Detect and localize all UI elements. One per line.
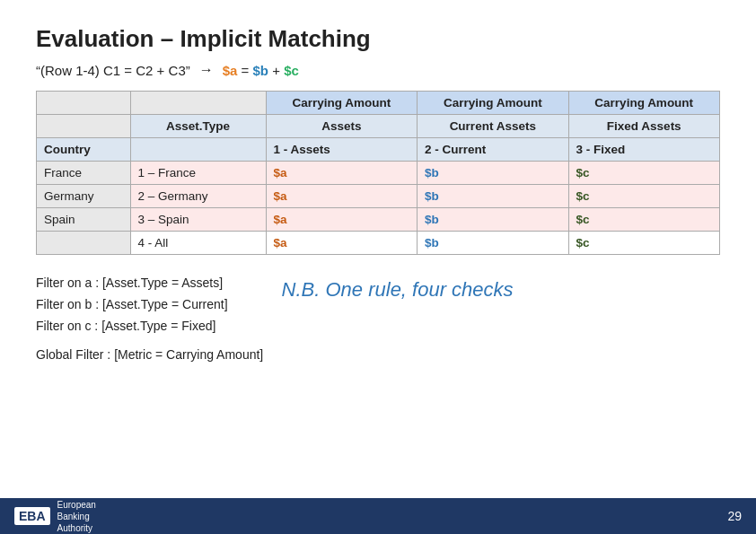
row-b-4: $b <box>418 232 568 255</box>
header-carrying-3: Carrying Amount <box>568 92 720 115</box>
row-a-4: $a <box>266 232 417 255</box>
subtitle-row: “(Row 1-4) C1 = C2 + C3” → $a = $b + $c <box>36 62 720 78</box>
eba-logo: EBA <box>14 507 50 525</box>
table-header-row-2: Asset.Type Assets Current Assets Fixed A… <box>37 115 720 138</box>
header-carrying-1: Carrying Amount <box>266 92 417 115</box>
country-val2: 2 - Current <box>418 138 568 162</box>
table-row: France 1 – France $a $b $c <box>37 162 720 185</box>
filter-left-block: Filter on a : [Asset.Type = Assets] Filt… <box>36 273 228 337</box>
header-assets: Assets <box>266 115 417 138</box>
header-asset-type: Asset.Type <box>130 115 266 138</box>
row-b-1: $b <box>418 162 568 185</box>
header-carrying-2: Carrying Amount <box>418 92 568 115</box>
header-current-assets: Current Assets <box>418 115 568 138</box>
row-a-1: $a <box>266 162 417 185</box>
table-country-row: Country 1 - Assets 2 - Current 3 - Fixed <box>37 138 720 162</box>
row-metric-3: 3 – Spain <box>130 208 266 232</box>
main-table-wrapper: Carrying Amount Carrying Amount Carrying… <box>36 91 720 255</box>
footer-org-text: European Banking Authority <box>57 499 96 534</box>
page-title: Evaluation – Implicit Matching <box>36 25 720 53</box>
global-filter: Global Filter : [Metric = Carrying Amoun… <box>36 347 720 362</box>
country-empty <box>130 138 266 162</box>
row-metric-4: 4 - All <box>130 232 266 255</box>
row-metric-1: 1 – France <box>130 162 266 185</box>
row-b-3: $b <box>418 208 568 232</box>
row-country-2: Germany <box>37 185 131 208</box>
row-c-2: $c <box>568 185 720 208</box>
footer-logo-area: EBA European Banking Authority <box>14 499 96 534</box>
table-row: Spain 3 – Spain $a $b $c <box>37 208 720 232</box>
arrow-icon: → <box>199 62 214 78</box>
row-country-1: France <box>37 162 131 185</box>
country-val3: 3 - Fixed <box>568 138 720 162</box>
main-table: Carrying Amount Carrying Amount Carrying… <box>36 91 720 255</box>
table-row: 4 - All $a $b $c <box>37 232 720 255</box>
nb-text: N.B. One rule, four checks <box>282 278 514 302</box>
row-country-3: Spain <box>37 208 131 232</box>
row-c-4: $c <box>568 232 720 255</box>
footer-page-number: 29 <box>727 509 742 523</box>
header-empty-1 <box>37 92 131 115</box>
header-empty-2 <box>130 92 266 115</box>
row-country-4 <box>37 232 131 255</box>
table-row: Germany 2 – Germany $a $b $c <box>37 185 720 208</box>
formula-text: $a = $b + $c <box>223 63 299 78</box>
filter-b: Filter on b : [Asset.Type = Current] <box>36 294 228 316</box>
country-val1: 1 - Assets <box>266 138 417 162</box>
slide: Evaluation – Implicit Matching “(Row 1-4… <box>0 0 756 534</box>
row-metric-2: 2 – Germany <box>130 185 266 208</box>
filter-c: Filter on c : [Asset.Type = Fixed] <box>36 316 228 337</box>
header-fixed-assets: Fixed Assets <box>568 115 720 138</box>
filter-a: Filter on a : [Asset.Type = Assets] <box>36 273 228 294</box>
filter-section: Filter on a : [Asset.Type = Assets] Filt… <box>36 273 720 337</box>
row-a-3: $a <box>266 208 417 232</box>
footer: EBA European Banking Authority 29 <box>0 498 756 534</box>
header2-empty-1 <box>37 115 131 138</box>
row-b-2: $b <box>418 185 568 208</box>
rule-text: “(Row 1-4) C1 = C2 + C3” <box>36 63 190 78</box>
row-c-1: $c <box>568 162 720 185</box>
row-a-2: $a <box>266 185 417 208</box>
table-header-row-1: Carrying Amount Carrying Amount Carrying… <box>37 92 720 115</box>
row-c-3: $c <box>568 208 720 232</box>
country-label: Country <box>37 138 131 162</box>
